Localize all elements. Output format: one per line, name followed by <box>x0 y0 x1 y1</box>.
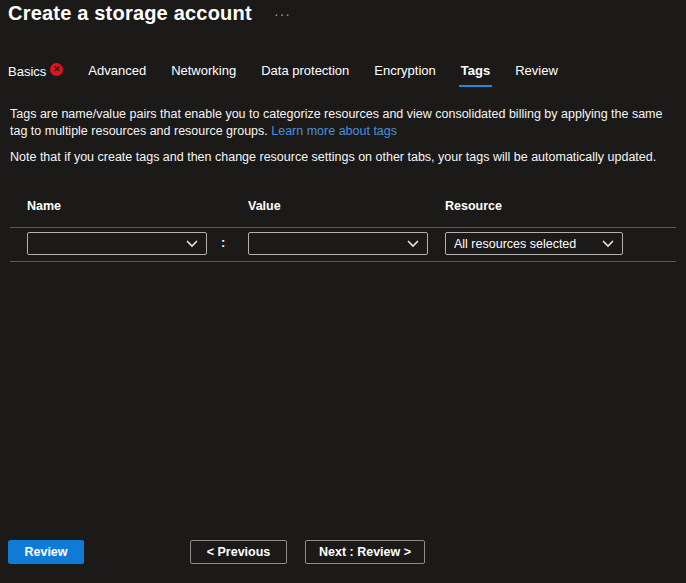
previous-button[interactable]: < Previous <box>190 540 287 564</box>
column-header-resource: Resource <box>445 199 502 213</box>
tab-data-protection[interactable]: Data protection <box>261 63 349 87</box>
tab-encryption[interactable]: Encryption <box>374 63 435 87</box>
tab-review-label: Review <box>515 63 558 78</box>
error-badge-icon: ✕ <box>50 63 63 76</box>
tab-encryption-label: Encryption <box>374 63 435 78</box>
next-review-button[interactable]: Next : Review > <box>305 540 425 564</box>
chevron-down-icon <box>602 240 614 248</box>
tab-tags-label: Tags <box>461 63 490 78</box>
more-options-icon[interactable]: ··· <box>274 6 291 22</box>
tags-description: Tags are name/value pairs that enable yo… <box>10 106 672 140</box>
tab-basics-label: Basics <box>8 64 46 79</box>
tags-note: Note that if you create tags and then ch… <box>10 149 672 166</box>
learn-more-link[interactable]: Learn more about tags <box>271 124 397 138</box>
review-button[interactable]: Review <box>8 540 84 564</box>
page-title: Create a storage account <box>8 2 252 25</box>
tab-basics[interactable]: Basics✕ <box>8 63 63 88</box>
column-header-name: Name <box>27 199 61 213</box>
wizard-tabs: Basics✕ Advanced Networking Data protect… <box>8 63 678 88</box>
tag-resource-value: All resources selected <box>454 237 576 251</box>
tab-networking[interactable]: Networking <box>171 63 236 87</box>
tag-resource-dropdown[interactable]: All resources selected <box>445 232 623 255</box>
tab-advanced[interactable]: Advanced <box>88 63 146 87</box>
tab-tags[interactable]: Tags <box>461 63 490 87</box>
create-storage-account-page: Create a storage account ··· Basics✕ Adv… <box>0 0 686 583</box>
tab-advanced-label: Advanced <box>88 63 146 78</box>
name-value-separator: : <box>221 235 225 250</box>
chevron-down-icon <box>186 240 198 248</box>
table-divider-bottom <box>10 261 676 262</box>
table-divider-top <box>10 227 676 228</box>
tab-review[interactable]: Review <box>515 63 558 87</box>
chevron-down-icon <box>407 240 419 248</box>
tab-data-protection-label: Data protection <box>261 63 349 78</box>
tab-networking-label: Networking <box>171 63 236 78</box>
column-header-value: Value <box>248 199 281 213</box>
tag-value-dropdown[interactable] <box>248 232 428 255</box>
tag-name-dropdown[interactable] <box>27 232 207 255</box>
